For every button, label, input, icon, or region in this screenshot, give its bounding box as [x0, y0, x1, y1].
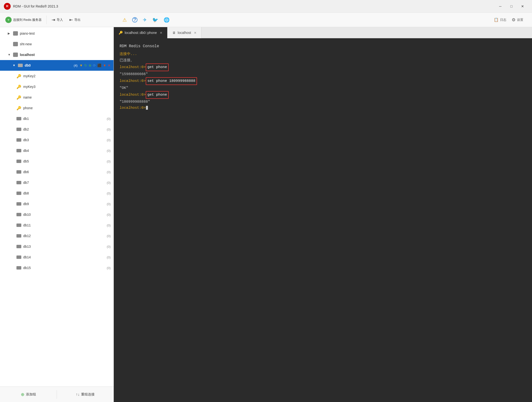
- add-key-icon[interactable]: ⊕: [89, 63, 91, 67]
- console-cmd-1: get phone: [146, 63, 169, 71]
- warning-icon[interactable]: ⚠: [122, 17, 127, 23]
- terminal-icon[interactable]: ⬛: [97, 63, 101, 67]
- sidebar-item-db1[interactable]: db1 (0): [0, 113, 114, 124]
- add-group-label: 添加组: [26, 392, 36, 397]
- telegram-icon[interactable]: ✈: [143, 17, 147, 23]
- import-button[interactable]: ⇥ 导入: [49, 16, 65, 24]
- console-prompt-1: localhost:0>: [120, 65, 146, 69]
- key-icon-phone: 🔑: [16, 106, 21, 110]
- sidebar-item-myKey2[interactable]: 🔑 myKey2: [0, 71, 114, 81]
- content-area: 🔑 localhost::db0::phone ✕ 🖥 localhost ✕ …: [114, 27, 532, 402]
- db0-toolbar: ▼ ↻ ⊕ ⟳ ⬛ ▼ ✕: [79, 63, 111, 67]
- db-icon-db10: [16, 213, 21, 216]
- db-icon-db14: [16, 255, 21, 259]
- console-line-3: localhost:0>get phone: [120, 91, 526, 99]
- sidebar-item-db11[interactable]: db11 (0): [0, 220, 114, 231]
- console-title: RDM Redis Console: [120, 43, 526, 50]
- tree-label-db3: db3: [23, 138, 104, 142]
- sidebar-item-db13[interactable]: db13 (0): [0, 241, 114, 252]
- tree-label-myKey2: myKey2: [23, 74, 111, 78]
- db9-count: (0): [106, 202, 111, 206]
- export-button[interactable]: ⇤ 导出: [67, 16, 83, 24]
- globe-icon[interactable]: 🌐: [164, 17, 170, 23]
- tab-close-localhost[interactable]: ✕: [194, 31, 197, 35]
- maximize-button[interactable]: □: [506, 2, 517, 10]
- db-icon-db13: [16, 245, 21, 248]
- tree-label-name: name: [23, 95, 111, 99]
- tab-key-icon-phone: 🔑: [119, 31, 123, 35]
- tree-label-db12: db12: [23, 234, 104, 238]
- server-icon-localhost: [13, 53, 18, 57]
- db-icon-db0: [18, 64, 23, 67]
- reconnect-button[interactable]: ↑↓ 重组连接: [57, 387, 114, 402]
- sidebar-item-name[interactable]: 🔑 name: [0, 92, 114, 103]
- db13-count: (0): [106, 245, 111, 248]
- refresh-icon[interactable]: ↻: [84, 63, 87, 67]
- console-line-4: localhost:0>: [120, 105, 526, 111]
- tab-close-phone[interactable]: ✕: [160, 31, 162, 35]
- sidebar-item-db0[interactable]: ▼ db0 (4) ▼ ↻ ⊕ ⟳ ⬛ ▼ ✕: [0, 60, 114, 71]
- sidebar-item-phone[interactable]: 🔑 phone: [0, 103, 114, 113]
- sidebar-item-myKey3[interactable]: 🔑 myKey3: [0, 81, 114, 92]
- sidebar-item-localhost[interactable]: ▼ localhost: [0, 49, 114, 60]
- minimize-button[interactable]: ─: [495, 2, 506, 10]
- settings-button[interactable]: ⚙ 设置: [512, 17, 523, 23]
- sidebar-item-sht-new[interactable]: ▶ sht-new: [0, 39, 114, 49]
- sidebar-item-db9[interactable]: db9 (0): [0, 199, 114, 209]
- tree-label-db0: db0: [25, 63, 70, 67]
- console-result-2: "OK": [120, 85, 526, 91]
- filter-icon[interactable]: ▼: [79, 63, 83, 67]
- db2-count: (0): [106, 128, 111, 131]
- sidebar-item-db4[interactable]: db4 (0): [0, 145, 114, 156]
- twitter-icon[interactable]: 🐦: [152, 17, 158, 23]
- close-button[interactable]: ✕: [517, 2, 528, 10]
- app-logo: R: [4, 3, 11, 10]
- console-cursor: [146, 106, 148, 110]
- db5-count: (0): [106, 160, 111, 163]
- console-connecting: 连接中...: [120, 51, 526, 57]
- tree-arrow-db0: ▼: [13, 64, 16, 67]
- sidebar-item-db7[interactable]: db7 (0): [0, 177, 114, 188]
- sidebar-item-db2[interactable]: db2 (0): [0, 124, 114, 135]
- tree-label-db5: db5: [23, 159, 104, 163]
- db-icon-db15: [16, 266, 21, 270]
- server-icon-piano-test: [13, 31, 18, 36]
- log-button[interactable]: 📋 日志: [494, 17, 506, 22]
- reload-icon[interactable]: ⟳: [93, 63, 96, 67]
- toolbar-right: ⚠ ? ✈ 🐦 🌐 📋 日志 ⚙ 设置: [117, 17, 529, 23]
- db8-count: (0): [106, 192, 111, 195]
- sidebar-item-db6[interactable]: db6 (0): [0, 167, 114, 177]
- log-label: 日志: [500, 18, 506, 22]
- tree-label-db7: db7: [23, 181, 104, 185]
- sidebar-item-db8[interactable]: db8 (0): [0, 188, 114, 199]
- tree-label-db6: db6: [23, 170, 104, 174]
- tree-label-db10: db10: [23, 213, 104, 216]
- db-icon-db4: [16, 149, 21, 152]
- help-icon[interactable]: ?: [132, 17, 137, 23]
- add-group-button[interactable]: ⊕ 添加组: [0, 387, 57, 402]
- delete-icon[interactable]: ✕: [108, 63, 111, 67]
- sidebar-item-db5[interactable]: db5 (0): [0, 156, 114, 167]
- sidebar-item-piano-test[interactable]: ▶ piano-test: [0, 28, 114, 39]
- sidebar-item-db12[interactable]: db12 (0): [0, 231, 114, 241]
- key-icon-myKey2: 🔑: [16, 74, 21, 78]
- sidebar-item-db15[interactable]: db15 (0): [0, 263, 114, 273]
- connect-button[interactable]: + 连接到 Redis 服务器: [3, 15, 44, 24]
- redis-console[interactable]: RDM Redis Console 连接中... 已连接。 localhost:…: [114, 38, 532, 402]
- tree-label-db1: db1: [23, 117, 104, 121]
- console-prompt-4: localhost:0>: [120, 106, 146, 110]
- tree-label-db9: db9: [23, 202, 104, 206]
- sidebar-item-db10[interactable]: db10 (0): [0, 209, 114, 220]
- console-result-3: "180999988888": [120, 99, 526, 105]
- db-icon-db9: [16, 202, 21, 206]
- tab-localhost[interactable]: 🖥 localhost ✕: [167, 27, 202, 38]
- tab-phone[interactable]: 🔑 localhost::db0::phone ✕: [114, 27, 167, 38]
- toolbar-separator-1: [46, 15, 47, 24]
- sidebar-item-db14[interactable]: db14 (0): [0, 252, 114, 263]
- window-controls: ─ □ ✕: [495, 2, 528, 10]
- sidebar-item-db3[interactable]: db3 (0): [0, 135, 114, 145]
- filter2-icon[interactable]: ▼: [103, 63, 106, 67]
- db7-count: (0): [106, 181, 111, 185]
- console-connected: 已连接。: [120, 57, 526, 64]
- settings-icon: ⚙: [512, 17, 516, 23]
